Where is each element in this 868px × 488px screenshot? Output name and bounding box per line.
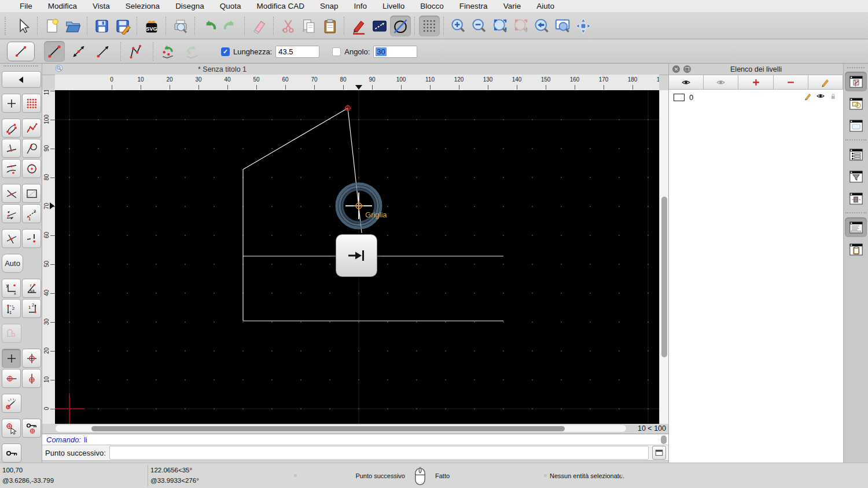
zoom-in-button[interactable] — [448, 16, 469, 36]
menu-item-aiuto[interactable]: Aiuto — [536, 2, 554, 10]
layer-edit-icon[interactable] — [804, 92, 812, 103]
menu-item-disegna[interactable]: Disegna — [175, 2, 204, 10]
add-layer-button[interactable] — [738, 75, 773, 90]
snap-distance-button[interactable]: 12 — [22, 204, 41, 223]
snap-restrict-button[interactable] — [2, 204, 21, 223]
snap-reference-button[interactable] — [22, 184, 41, 203]
delete-button[interactable] — [249, 16, 270, 36]
angle-checkbox[interactable] — [332, 47, 341, 56]
edit-layer-button[interactable] — [808, 75, 843, 90]
line-horizontal-button[interactable] — [93, 41, 113, 62]
dock-drag-handle[interactable] — [847, 67, 865, 68]
snap-endpoints-button[interactable] — [2, 119, 21, 138]
canvas-horizontal-scrollbar[interactable] — [55, 424, 627, 432]
restrict-vertical-button[interactable] — [22, 369, 41, 388]
line-angle-button[interactable] — [68, 41, 89, 62]
layer-color-swatch[interactable] — [674, 94, 685, 101]
layer-row[interactable]: 0 — [669, 91, 843, 103]
corner-absolute-button[interactable]: 12 — [2, 299, 21, 318]
remove-layer-button[interactable] — [774, 75, 808, 90]
float-panel-icon[interactable]: ❐ — [683, 65, 691, 73]
drawing-canvas[interactable]: Griglia — [55, 90, 659, 424]
svg-export-button[interactable]: SVG — [141, 16, 162, 36]
palette-drag-handle[interactable] — [3, 65, 38, 69]
menu-item-quota[interactable]: Quota — [220, 2, 241, 10]
zoom-selection-button[interactable] — [510, 16, 531, 36]
snap-manual-button[interactable] — [22, 229, 41, 248]
menu-item-modifica[interactable]: Modifica — [48, 2, 77, 10]
hide-all-layers-button[interactable] — [704, 75, 738, 90]
redo-button[interactable] — [220, 16, 241, 36]
document-title-bar[interactable]: * Senza titolo 1 — [42, 64, 668, 75]
select-cursor-button[interactable] — [13, 16, 34, 36]
snap-tangent-button[interactable] — [22, 139, 41, 158]
paste-button[interactable] — [319, 16, 340, 36]
snap-intersection-button[interactable] — [2, 184, 21, 203]
coord-cartesian-button[interactable]: yx — [2, 279, 21, 298]
length-checkbox[interactable]: ✓ — [221, 47, 230, 56]
length-input[interactable] — [275, 46, 319, 58]
polyline-button[interactable] — [125, 41, 146, 62]
snap-middle-button[interactable] — [2, 159, 21, 178]
dock-command-widget-button[interactable] — [845, 217, 867, 237]
snap-free-button[interactable] — [2, 94, 21, 113]
close-panel-icon[interactable]: ✕ — [672, 65, 680, 73]
line-2points-button[interactable] — [44, 41, 65, 62]
selection-settings-button[interactable] — [369, 16, 390, 36]
undo-button[interactable] — [199, 16, 220, 36]
menu-item-blocco[interactable]: Blocco — [420, 2, 444, 10]
save-button[interactable] — [91, 16, 112, 36]
snap-grid-button[interactable] — [22, 94, 41, 113]
undo-segment-button[interactable] — [157, 41, 178, 62]
menu-item-file[interactable]: File — [20, 2, 32, 10]
set-relative-zero-button[interactable] — [2, 419, 21, 438]
save-as-button[interactable] — [112, 16, 133, 36]
restrict-ortho-button[interactable] — [22, 349, 41, 368]
pan-button[interactable] — [573, 16, 594, 36]
vertical-scroll-thumb[interactable] — [661, 197, 667, 357]
dock-entity-list-button[interactable] — [845, 145, 867, 164]
dock-wall-tool-button[interactable] — [845, 188, 867, 208]
open-file-button[interactable] — [62, 16, 83, 36]
menu-item-livello[interactable]: Livello — [382, 2, 404, 10]
redo-segment-button[interactable] — [182, 41, 203, 62]
menu-item-vista[interactable]: Vista — [93, 2, 110, 10]
zoom-out-button[interactable] — [469, 16, 490, 36]
copy-button[interactable]: + — [299, 16, 319, 36]
command-history[interactable]: Comando: li — [42, 434, 668, 445]
horizontal-scroll-thumb[interactable] — [91, 426, 565, 431]
new-file-button[interactable] — [42, 16, 62, 36]
grid-toggle-button[interactable] — [419, 16, 440, 36]
snap-auto-button[interactable]: Auto — [2, 254, 23, 273]
coord-polar-button[interactable]: ra — [22, 279, 41, 298]
select-entity-button[interactable] — [2, 324, 21, 343]
command-input[interactable] — [109, 446, 649, 460]
layer-lock-icon[interactable] — [829, 92, 837, 103]
canvas-vertical-scrollbar[interactable] — [659, 90, 668, 424]
zoom-window-button[interactable] — [552, 16, 573, 36]
dock-library-browser-button[interactable] — [845, 116, 867, 135]
command-scroll-thumb[interactable] — [661, 435, 667, 444]
dock-pen-library-button[interactable] — [845, 72, 867, 91]
dock-filter-button[interactable] — [845, 167, 867, 186]
layer-visibility-icon[interactable] — [816, 91, 825, 103]
show-all-layers-button[interactable] — [669, 75, 704, 90]
zoom-previous-button[interactable] — [531, 16, 552, 36]
print-preview-button[interactable] — [170, 16, 191, 36]
toolbar-drag-handle[interactable] — [5, 17, 9, 35]
collapse-palette-button[interactable] — [2, 71, 41, 88]
lock-relative-zero-button[interactable] — [22, 419, 41, 438]
angle-gauge-button[interactable] — [2, 394, 21, 413]
menu-item-finestra[interactable]: Finestra — [459, 2, 488, 10]
restrict-free-button[interactable] — [2, 349, 21, 368]
dock-clipboard-button[interactable] — [845, 239, 867, 259]
current-tool-indicator[interactable] — [7, 42, 35, 61]
zoom-auto-button[interactable] — [490, 16, 510, 36]
snap-perpendicular-button[interactable] — [2, 139, 21, 158]
menu-item-seleziona[interactable]: Seleziona — [126, 2, 160, 10]
key-button[interactable] — [2, 443, 21, 463]
snap-center-button[interactable] — [22, 159, 41, 178]
menu-item-info[interactable]: Info — [354, 2, 367, 10]
snap-cross-button[interactable] — [2, 229, 21, 248]
menu-item-varie[interactable]: Varie — [503, 2, 521, 10]
